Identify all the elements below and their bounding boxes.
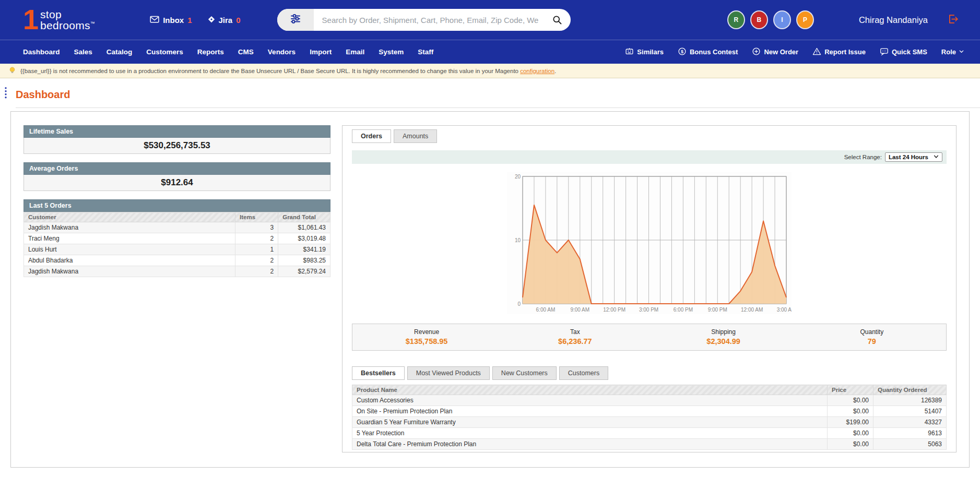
cell: $3,019.48 [278, 233, 330, 244]
nav-item-system[interactable]: System [379, 48, 404, 56]
tab-new-customers[interactable]: New Customers [492, 366, 557, 380]
role-menu[interactable]: Role [941, 48, 964, 56]
table-row[interactable]: Delta Total Care - Premium Protection Pl… [352, 439, 947, 450]
page-head: Dashboard [0, 78, 980, 108]
table-row[interactable]: Traci Meng2$3,019.48 [24, 233, 330, 244]
col-customer[interactable]: Customer [24, 212, 235, 222]
logout-button[interactable] [947, 14, 959, 27]
table-row[interactable]: Jagdish Makwana2$2,579.24 [24, 266, 330, 277]
action-similars[interactable]: Similars [625, 47, 664, 57]
cell: 2 [235, 255, 278, 266]
tab-most-viewed-products[interactable]: Most Viewed Products [407, 366, 490, 380]
action-new-order[interactable]: New Order [752, 47, 798, 57]
nav-item-reports[interactable]: Reports [197, 48, 224, 56]
inbox-count: 1 [187, 16, 192, 25]
chevron-down-icon [959, 48, 964, 56]
nav-item-catalog[interactable]: Catalog [107, 48, 133, 56]
logo-tm: ™ [90, 21, 95, 26]
nav-item-customers[interactable]: Customers [146, 48, 183, 56]
stat-value: $2,304.99 [650, 337, 798, 345]
page-title: Dashboard [16, 89, 980, 101]
cell: Traci Meng [24, 233, 235, 244]
col-quantity-ordered[interactable]: Quantity Ordered [873, 385, 947, 395]
dashboard-content: Lifetime Sales $530,256,735.53 Average O… [10, 111, 970, 468]
table-row[interactable]: 5 Year Protection$0.009613 [352, 428, 947, 439]
col-price[interactable]: Price [828, 385, 873, 395]
col-product-name[interactable]: Product Name [352, 385, 828, 395]
username[interactable]: Chirag Nandaniya [859, 15, 928, 25]
nav-item-import[interactable]: Import [310, 48, 332, 56]
cell: 5 Year Protection [352, 428, 828, 439]
topbar: 1 stop bedrooms™ Inbox 1 Jira 0 [0, 0, 980, 40]
jira-diamond-icon [208, 16, 215, 25]
quick-sms-icon [880, 47, 889, 57]
range-select[interactable]: Last 24 Hours [885, 152, 942, 162]
main-nav: DashboardSalesCatalogCustomersReportsCMS… [0, 40, 980, 64]
cell: 126389 [873, 395, 947, 406]
logo[interactable]: 1 stop bedrooms™ [23, 8, 95, 32]
search-input[interactable] [314, 16, 544, 25]
cell: 9613 [873, 428, 947, 439]
table-row[interactable]: Louis Hurt1$341.19 [24, 244, 330, 255]
bestsellers-tbody: Custom Accessories$0.00126389On Site - P… [352, 395, 947, 450]
nav-item-dashboard[interactable]: Dashboard [23, 48, 60, 56]
avatar[interactable]: I [774, 11, 790, 28]
avatar[interactable]: R [728, 11, 744, 28]
stat-shipping: Shipping$2,304.99 [650, 328, 798, 345]
search-bar [277, 9, 571, 31]
orders-chart: 010206:00 AM9:00 AM12:00 PM3:00 PM6:00 P… [507, 172, 792, 316]
svg-text:10: 10 [515, 237, 521, 243]
cell: $2,579.24 [278, 266, 330, 277]
tab-bestsellers[interactable]: Bestsellers [352, 366, 405, 380]
table-row[interactable]: Custom Accessories$0.00126389 [352, 395, 947, 406]
cell: $0.00 [828, 406, 873, 417]
svg-text:0: 0 [517, 301, 521, 307]
tab-customers[interactable]: Customers [559, 366, 608, 380]
cell: Louis Hurt [24, 244, 235, 255]
col-grand-total[interactable]: Grand Total [278, 212, 330, 222]
nav-item-staff[interactable]: Staff [418, 48, 433, 56]
configuration-link[interactable]: configuration [520, 68, 554, 74]
orders-panel: OrdersAmounts Select Range: Last 24 Hour… [342, 125, 957, 452]
search-icon[interactable] [544, 15, 571, 25]
notice-banner: {{base_url}} is not recommended to use i… [0, 64, 980, 78]
last5-orders-header: Last 5 Orders [23, 199, 330, 212]
nav-item-email[interactable]: Email [346, 48, 364, 56]
avatar[interactable]: B [751, 11, 767, 28]
average-orders-header: Average Orders [23, 162, 330, 175]
avatar-group: RBIP [728, 11, 813, 28]
last5-orders-card: Last 5 Orders Customer Items Grand Total… [23, 199, 330, 277]
lightbulb-icon [8, 66, 16, 75]
vertical-dots-icon[interactable] [4, 87, 7, 101]
action-report-issue[interactable]: Report Issue [812, 47, 866, 57]
avatar[interactable]: P [797, 11, 813, 28]
table-row[interactable]: Guardian 5 Year Furniture Warranty$199.0… [352, 417, 947, 428]
nav-item-sales[interactable]: Sales [74, 48, 92, 56]
logo-line1: stop [40, 8, 62, 20]
tab-amounts[interactable]: Amounts [394, 129, 437, 143]
inbox-link[interactable]: Inbox 1 [150, 16, 192, 25]
action-label: New Order [764, 48, 798, 56]
tab-orders[interactable]: Orders [352, 129, 391, 143]
cell: Jagdish Makwana [24, 222, 235, 233]
col-items[interactable]: Items [235, 212, 278, 222]
cell: Delta Total Care - Premium Protection Pl… [352, 439, 828, 450]
action-quick-sms[interactable]: Quick SMS [880, 47, 927, 57]
cell: $983.25 [278, 255, 330, 266]
logout-icon [947, 14, 959, 27]
last5-orders-tbody: Jagdish Makwana3$1,061.43Traci Meng2$3,0… [24, 222, 330, 277]
action-label: Quick SMS [892, 48, 927, 56]
jira-link[interactable]: Jira 0 [208, 16, 241, 25]
svg-text:9:00 PM: 9:00 PM [708, 307, 727, 313]
nav-item-cms[interactable]: CMS [238, 48, 254, 56]
table-row[interactable]: Abdul Bhadarka2$983.25 [24, 255, 330, 266]
table-row[interactable]: Jagdish Makwana3$1,061.43 [24, 222, 330, 233]
table-row[interactable]: On Site - Premium Protection Plan$0.0051… [352, 406, 947, 417]
svg-text:3:00 AM: 3:00 AM [777, 307, 792, 313]
bottom-tabs: BestsellersMost Viewed ProductsNew Custo… [352, 366, 947, 380]
search-filter-button[interactable] [277, 9, 314, 31]
action-bonus-contest[interactable]: $Bonus Contest [678, 47, 738, 57]
cell: $0.00 [828, 395, 873, 406]
nav-item-vendors[interactable]: Vendors [268, 48, 296, 56]
svg-text:20: 20 [515, 174, 521, 180]
